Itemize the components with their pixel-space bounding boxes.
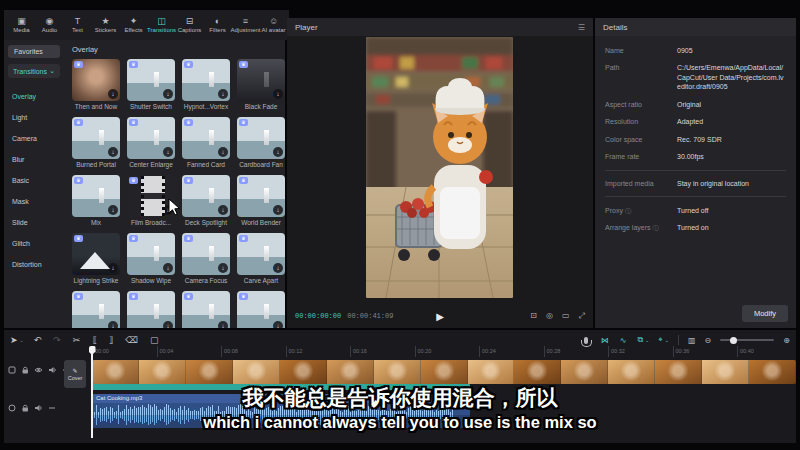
toolbar-item[interactable]: ✦ Effects — [120, 16, 147, 34]
transition-thumbnail[interactable]: ♛ ↓ — [237, 233, 285, 275]
download-icon[interactable]: ↓ — [273, 205, 283, 215]
transition-card[interactable]: ♛ ↓ Mix — [72, 175, 120, 227]
toolbar-item[interactable]: ◉ Audio — [36, 16, 63, 34]
toolbar-item[interactable]: ◐ Filters — [204, 16, 231, 34]
download-icon[interactable]: ↓ — [218, 205, 228, 215]
toolbar-item[interactable]: ★ Stickers — [92, 16, 119, 34]
transition-thumbnail[interactable]: ♛ ↓ — [72, 59, 120, 101]
download-icon[interactable]: ↓ — [273, 263, 283, 273]
download-icon[interactable]: ↓ — [218, 89, 228, 99]
timeline-ruler[interactable]: 00:00 00:04 00:08 00:12 00:16 00:20 00:2… — [92, 346, 796, 357]
sidebar-category-item[interactable]: Overlay — [4, 86, 64, 107]
transition-thumbnail[interactable]: ♛ ↓ — [182, 117, 230, 159]
transition-card[interactable]: ♛ ↓ Fanned Card — [182, 117, 230, 169]
transition-card[interactable]: ♛ ↓ Deck Spotlight — [182, 175, 230, 227]
timeline-tool-button[interactable]: ⟧ — [109, 335, 115, 345]
timeline-tool-button[interactable]: ⟦ — [92, 335, 98, 345]
transition-card[interactable]: ♛ ↓ — [72, 291, 120, 328]
sidebar-category-item[interactable]: Basic — [4, 170, 64, 191]
sidebar-category-item[interactable]: Glitch — [4, 233, 64, 254]
toolbar-item[interactable]: T Text — [64, 16, 91, 34]
transition-thumbnail[interactable]: ♛ ↓ — [127, 291, 175, 328]
video-clip[interactable] — [92, 360, 796, 384]
toolbar-item[interactable]: ⊟ Captions — [176, 16, 203, 34]
toolbar-item[interactable]: ≡ Adjustment — [232, 16, 259, 34]
transitions-category-button[interactable]: Transitions ⌄ — [8, 64, 60, 78]
transition-card[interactable]: ♛ ↓ Hypnot...Vortex — [182, 59, 230, 111]
transition-thumbnail[interactable]: ♛ ↓ — [127, 233, 175, 275]
timeline-toggle-button[interactable]: ⋈ — [601, 335, 611, 345]
timeline-tool-button[interactable]: ⌫ — [125, 335, 140, 345]
video-preview[interactable] — [366, 37, 513, 298]
timeline-tool-button[interactable]: ➤ ⌄ — [10, 335, 24, 345]
transition-thumbnail[interactable]: ♛ ↓ — [237, 175, 285, 217]
download-icon[interactable]: ↓ — [108, 263, 118, 273]
transition-card[interactable]: ♛ ↓ Then and Now — [72, 59, 120, 111]
transition-thumbnail[interactable]: ♛ ↓ — [182, 233, 230, 275]
transition-card[interactable]: ♛ ↓ Cardboard Fan — [237, 117, 285, 169]
transition-thumbnail[interactable]: ♛ ↓ — [237, 117, 285, 159]
timeline-toggle-button[interactable]: ∿ — [620, 335, 629, 345]
transition-thumbnail[interactable]: ♛ ↓ — [237, 291, 285, 328]
transition-card[interactable]: ♛ ↓ Lightning Strike — [72, 233, 120, 285]
download-icon[interactable]: ↓ — [108, 205, 118, 215]
transition-card[interactable]: ♛ ↓ Camera Focus — [182, 233, 230, 285]
transition-card[interactable]: ♛ ↓ Carve Apart — [237, 233, 285, 285]
download-icon[interactable]: ↓ — [163, 263, 173, 273]
timeline-zoom-slider[interactable] — [720, 339, 774, 341]
download-icon[interactable]: ↓ — [218, 321, 228, 328]
transition-card[interactable]: ♛ ↓ Burned Portal — [72, 117, 120, 169]
record-voiceover-microphone-icon[interactable] — [584, 337, 588, 344]
timeline-toggle-button[interactable]: ⧉ ⌄ — [637, 335, 649, 345]
transition-card[interactable]: ♛ ↓ Black Fade — [237, 59, 285, 111]
sidebar-category-item[interactable]: Mask — [4, 191, 64, 212]
transition-card[interactable]: ♛ ↓ Shutter Switch — [127, 59, 175, 111]
download-icon[interactable]: ↓ — [273, 147, 283, 157]
timeline-toggle-button[interactable]: ⌖ ⌄ — [658, 335, 669, 345]
download-icon[interactable]: ↓ — [273, 321, 283, 328]
download-icon[interactable]: ↓ — [273, 89, 283, 99]
transition-thumbnail[interactable]: ♛ ↓ — [182, 291, 230, 328]
transition-thumbnail[interactable]: ♛ ↓ — [72, 233, 120, 275]
zoom-out-icon[interactable]: ⊖ — [705, 336, 712, 345]
download-icon[interactable]: ↓ — [108, 321, 118, 328]
transition-card[interactable]: ♛ ↓ — [182, 291, 230, 328]
transition-thumbnail[interactable]: ♛ ↓ — [237, 59, 285, 101]
sidebar-category-item[interactable]: Camera — [4, 128, 64, 149]
transition-card[interactable]: ♛ ↓ — [237, 291, 285, 328]
download-icon[interactable]: ↓ — [218, 263, 228, 273]
timeline-tool-button[interactable]: ✂ — [73, 335, 83, 345]
transition-card[interactable]: ♛ ↓ World Bender — [237, 175, 285, 227]
player-view-icon[interactable]: ⤢ — [579, 311, 585, 321]
download-icon[interactable]: ↓ — [163, 89, 173, 99]
toolbar-item[interactable]: ☺ AI avatar — [260, 16, 287, 34]
zoom-slider-knob[interactable] — [730, 337, 737, 344]
transition-thumbnail[interactable]: ♛ ↓ — [182, 59, 230, 101]
transition-thumbnail[interactable]: ♛ ↓ — [72, 175, 120, 217]
transition-thumbnail[interactable]: ♛ ↓ — [127, 117, 175, 159]
player-view-icon[interactable]: ⊡ — [530, 311, 537, 321]
timeline-tool-button[interactable]: ↷ — [53, 335, 63, 345]
track-preview-toggle-icon[interactable]: ▥ — [688, 336, 696, 345]
toolbar-item[interactable]: ◫ Transitions — [148, 16, 175, 34]
modify-button[interactable]: Modify — [742, 305, 788, 322]
mute-speaker-icon[interactable] — [48, 366, 57, 374]
player-view-icon[interactable]: ▭ — [562, 311, 570, 321]
download-icon[interactable]: ↓ — [163, 147, 173, 157]
download-icon[interactable]: ↓ — [108, 89, 118, 99]
hide-track-eye-icon[interactable] — [34, 366, 43, 374]
download-icon[interactable]: ↓ — [163, 321, 173, 328]
timeline-tool-button[interactable]: ▢ — [150, 335, 161, 345]
transition-thumbnail[interactable]: ♛ ↓ — [182, 175, 230, 217]
player-view-icon[interactable]: ◎ — [546, 311, 553, 321]
sidebar-category-item[interactable]: Slide — [4, 212, 64, 233]
favorites-button[interactable]: Favorites — [8, 45, 60, 58]
timeline-tool-button[interactable]: ↶ — [34, 335, 44, 345]
transition-thumbnail[interactable]: ♛ ↓ — [127, 59, 175, 101]
transition-card[interactable]: ♛ ↓ — [127, 291, 175, 328]
play-button[interactable]: ▶ — [436, 311, 444, 322]
player-menu-icon[interactable]: ☰ — [578, 23, 585, 32]
download-icon[interactable]: ↓ — [218, 147, 228, 157]
sidebar-category-item[interactable]: Light — [4, 107, 64, 128]
transition-thumbnail[interactable]: ♛ ↓ — [72, 291, 120, 328]
